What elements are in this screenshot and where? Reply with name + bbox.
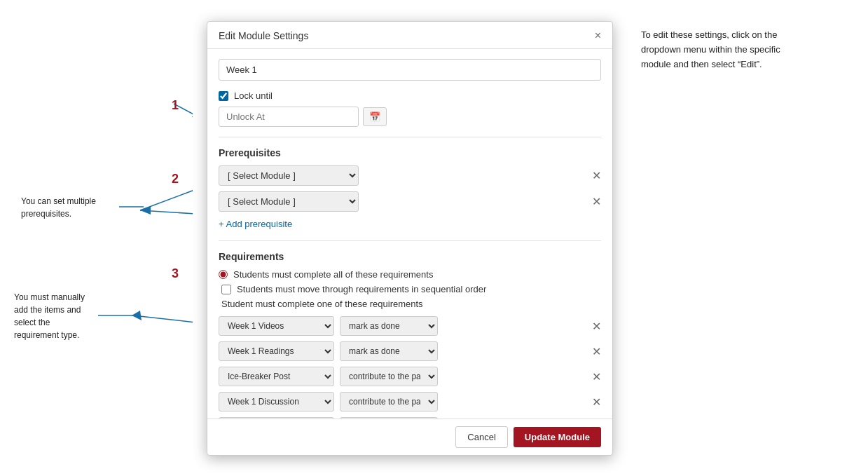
prerequisites-title: Prerequisites [219, 147, 601, 158]
annotation-number-1: 1 [172, 98, 179, 113]
right-annotation-text: To edit these settings, click on the dro… [641, 28, 802, 72]
modal-title: Edit Module Settings [219, 30, 308, 41]
remove-prerequisite-2-button[interactable]: ✕ [592, 195, 601, 208]
radio-complete-all-row: Students must complete all of these requ… [219, 269, 601, 280]
modal-body: Lock until 📅 Prerequisites [ Select Modu… [207, 49, 612, 419]
requirement-row-3: Week 1 Discussion contribute to the page… [219, 392, 601, 412]
lock-until-row: Lock until [219, 90, 601, 101]
annotation-number-3: 3 [172, 266, 179, 281]
lock-until-checkbox[interactable] [219, 91, 228, 101]
svg-marker-3 [140, 206, 151, 215]
unlock-at-row: 📅 [219, 107, 601, 127]
requirement-action-select-2[interactable]: contribute to the page [340, 367, 438, 386]
module-name-group [219, 59, 601, 81]
svg-line-2 [140, 210, 193, 214]
radio-complete-all-label: Students must complete all of these requ… [233, 269, 433, 280]
requirement-item-select-3[interactable]: Week 1 Discussion [219, 392, 334, 412]
requirement-row-2: Ice-Breaker Post contribute to the page … [219, 367, 601, 386]
prerequisite-select-1[interactable]: [ Select Module ] [219, 165, 359, 186]
requirement-row-1: Week 1 Readings mark as done ✕ [219, 341, 601, 361]
svg-line-5 [133, 315, 193, 322]
svg-line-1 [140, 189, 193, 210]
annotation-text-prerequisites: You can set multiple prerequisites. [21, 195, 96, 220]
requirement-action-select-0[interactable]: mark as done [340, 316, 438, 336]
requirements-title: Requirements [219, 251, 601, 262]
calendar-button[interactable]: 📅 [363, 107, 387, 126]
update-module-button[interactable]: Update Module [514, 427, 601, 447]
annotation-text-requirements: You must manually add the items and sele… [14, 291, 85, 341]
lock-until-group: Lock until 📅 [219, 90, 601, 127]
divider-2 [219, 240, 601, 241]
complete-one-text: Student must complete one of these requi… [219, 299, 601, 309]
prerequisite-select-2[interactable]: [ Select Module ] [219, 191, 359, 212]
svg-marker-6 [132, 311, 142, 320]
requirements-group: Requirements Students must complete all … [219, 251, 601, 419]
unlock-at-input[interactable] [219, 107, 359, 127]
radio-complete-all[interactable] [219, 270, 228, 279]
cancel-button[interactable]: Cancel [455, 426, 507, 448]
requirement-item-select-2[interactable]: Ice-Breaker Post [219, 367, 334, 386]
remove-prerequisite-1-button[interactable]: ✕ [592, 169, 601, 182]
prerequisites-group: Prerequisites [ Select Module ] ✕ [ Sele… [219, 147, 601, 231]
checkbox-sequential-label: Students must move through requirements … [237, 284, 486, 294]
add-prerequisite-button[interactable]: + Add prerequisite [219, 217, 292, 231]
modal-close-button[interactable]: × [595, 30, 601, 41]
remove-requirement-2-button[interactable]: ✕ [592, 370, 601, 383]
requirement-action-select-3[interactable]: contribute to the page [340, 392, 438, 412]
modal-header: Edit Module Settings × [207, 22, 612, 49]
prerequisite-row-2: [ Select Module ] ✕ [219, 191, 601, 212]
checkbox-sequential-row: Students must move through requirements … [219, 284, 601, 294]
lock-until-label: Lock until [234, 90, 273, 101]
requirement-action-select-1[interactable]: mark as done [340, 341, 438, 361]
requirement-row-0: Week 1 Videos mark as done ✕ [219, 316, 601, 336]
edit-module-modal: Edit Module Settings × Lock until 📅 [207, 21, 613, 456]
checkbox-sequential[interactable] [221, 285, 231, 294]
prerequisite-row-1: [ Select Module ] ✕ [219, 165, 601, 186]
remove-requirement-0-button[interactable]: ✕ [592, 320, 601, 333]
module-name-input[interactable] [219, 59, 601, 81]
annotation-number-2: 2 [172, 172, 179, 186]
remove-requirement-3-button[interactable]: ✕ [592, 395, 601, 409]
divider-1 [219, 137, 601, 137]
dialog-container: Edit Module Settings × Lock until 📅 [193, 0, 627, 476]
right-annotations: To edit these settings, click on the dro… [627, 0, 868, 476]
remove-requirement-1-button[interactable]: ✕ [592, 345, 601, 358]
requirement-item-select-0[interactable]: Week 1 Videos [219, 316, 334, 336]
requirement-item-select-1[interactable]: Week 1 Readings [219, 341, 334, 361]
modal-footer: Cancel Update Module [207, 419, 612, 455]
